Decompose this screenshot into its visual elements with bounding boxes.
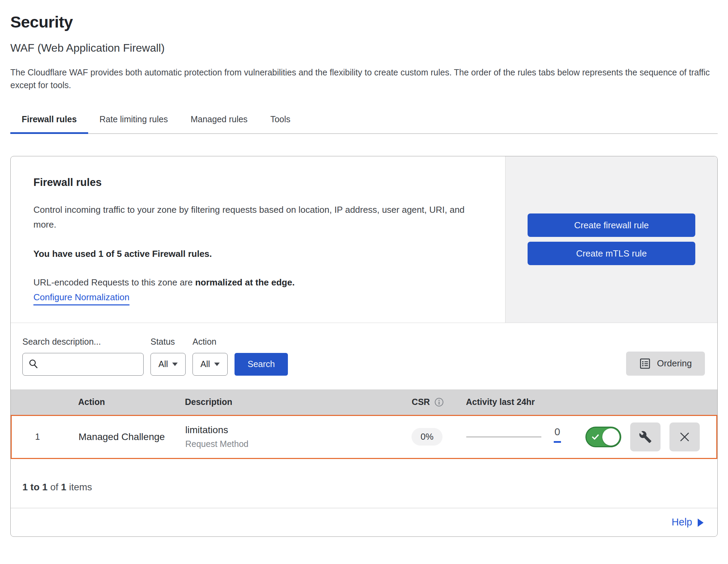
ordering-list-icon: [639, 358, 651, 369]
rule-description: limitations: [185, 425, 389, 436]
page-subtitle: WAF (Web Application Firewall): [10, 42, 718, 54]
ordering-label: Ordering: [657, 358, 692, 369]
create-firewall-rule-button[interactable]: Create firewall rule: [528, 213, 695, 237]
chevron-down-icon: [172, 363, 178, 366]
ordering-button[interactable]: Ordering: [626, 352, 705, 376]
rule-expression-summary: Request Method: [185, 439, 389, 449]
delete-rule-button[interactable]: [669, 422, 700, 451]
edit-rule-button[interactable]: [630, 422, 661, 451]
chevron-down-icon: [214, 363, 220, 366]
tab-firewall-rules[interactable]: Firewall rules: [10, 109, 88, 133]
items-range: 1 to 1: [22, 482, 48, 492]
tab-managed-rules[interactable]: Managed rules: [179, 109, 259, 133]
info-icon[interactable]: [434, 397, 444, 407]
normalization-note: URL-encoded Requests to this zone are no…: [33, 277, 482, 288]
wrench-icon: [639, 430, 652, 443]
normalization-prefix: URL-encoded Requests to this zone are: [33, 277, 193, 288]
help-link[interactable]: Help: [672, 516, 704, 528]
items-word: items: [69, 482, 92, 492]
triangle-right-icon: [698, 519, 704, 527]
action-filter-group: Action All: [193, 337, 228, 376]
action-label: Action: [193, 337, 228, 347]
header-action: Action: [62, 397, 169, 407]
waf-tab-bar: Firewall rules Rate limiting rules Manag…: [10, 109, 718, 134]
tab-tools[interactable]: Tools: [259, 109, 302, 133]
header-description: Description: [169, 397, 390, 407]
header-activity: Activity last 24hr: [466, 397, 586, 407]
search-input-wrapper: [22, 353, 144, 376]
search-label: Search description...: [22, 337, 144, 347]
status-selected-value: All: [158, 359, 168, 369]
overview-section: Firewall rules Control incoming traffic …: [11, 156, 717, 323]
tab-rate-limiting-rules[interactable]: Rate limiting rules: [88, 109, 179, 133]
status-filter-group: Status All: [150, 337, 186, 376]
rule-controls: [585, 422, 716, 451]
overview-text-block: Firewall rules Control incoming traffic …: [11, 156, 505, 323]
activity-count-link[interactable]: 0: [554, 426, 561, 443]
checkmark-icon: [591, 432, 600, 441]
header-csr-label: CSR: [412, 397, 430, 407]
rule-activity-cell: 0: [465, 426, 585, 448]
rule-csr-cell: 0%: [389, 428, 465, 446]
search-filter-group: Search description...: [22, 337, 144, 376]
csr-badge: 0%: [412, 428, 443, 446]
create-rule-panel: Create firewall rule Create mTLS rule: [505, 156, 717, 323]
rule-enabled-toggle[interactable]: [585, 427, 621, 447]
rule-action: Managed Challenge: [63, 431, 170, 442]
search-icon: [28, 358, 39, 370]
rule-description-cell: limitations Request Method: [170, 425, 389, 449]
status-label: Status: [150, 337, 186, 347]
status-select[interactable]: All: [150, 353, 186, 376]
items-total: 1: [61, 482, 66, 492]
help-bar: Help: [11, 508, 717, 536]
normalization-bold: normalized at the edge.: [195, 277, 295, 288]
rules-table-header: Action Description CSR Activity last 24h…: [11, 389, 717, 415]
search-button[interactable]: Search: [235, 353, 288, 376]
pagination-summary: 1 to 1 of 1 items: [11, 459, 717, 508]
filter-bar: Search description... Status All Action: [11, 323, 717, 389]
rule-priority: 1: [12, 432, 63, 442]
configure-normalization-link[interactable]: Configure Normalization: [33, 292, 129, 305]
activity-sparkline: [466, 437, 541, 437]
header-csr: CSR: [390, 397, 466, 407]
search-input[interactable]: [43, 359, 154, 369]
of-word: of: [50, 482, 58, 492]
overview-description: Control incoming traffic to your zone by…: [33, 202, 471, 232]
page-title: Security: [10, 12, 718, 31]
usage-summary: You have used 1 of 5 active Firewall rul…: [33, 249, 482, 259]
create-mtls-rule-button[interactable]: Create mTLS rule: [528, 242, 695, 265]
close-icon: [679, 431, 690, 443]
table-row: 1 Managed Challenge limitations Request …: [11, 415, 717, 459]
action-select[interactable]: All: [193, 353, 228, 376]
toggle-knob: [602, 428, 620, 446]
overview-heading: Firewall rules: [33, 176, 482, 189]
help-label: Help: [672, 516, 692, 528]
page-description: The Cloudflare WAF provides both automat…: [10, 66, 716, 92]
action-selected-value: All: [200, 359, 210, 369]
firewall-rules-card: Firewall rules Control incoming traffic …: [10, 156, 718, 537]
